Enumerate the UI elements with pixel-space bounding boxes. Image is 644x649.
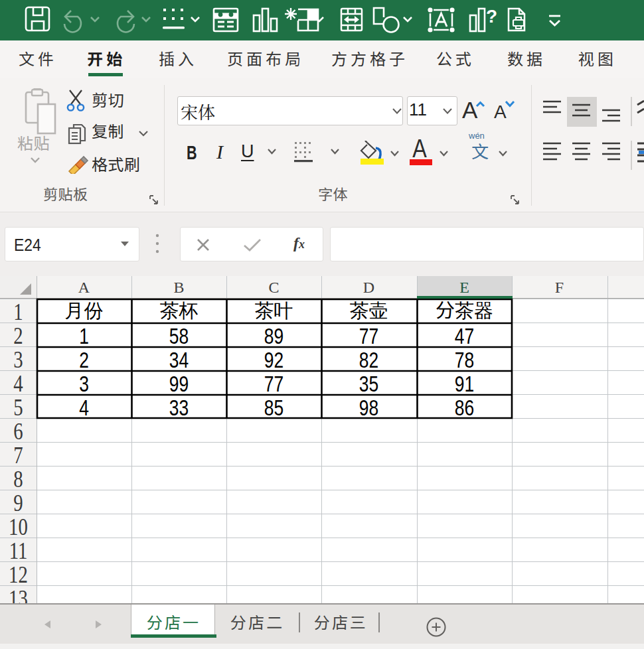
svg-text:?: ? [486,6,497,27]
